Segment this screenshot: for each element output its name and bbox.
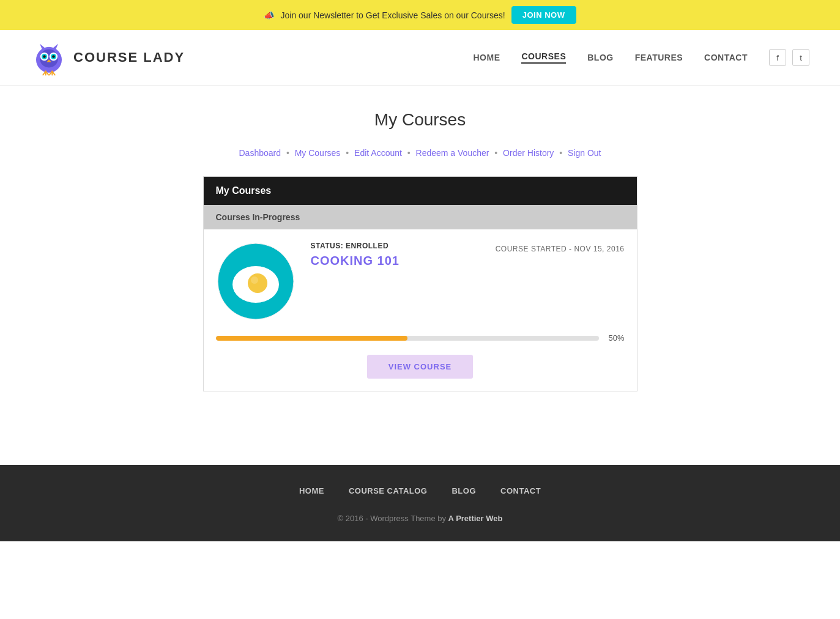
progress-bar-fill bbox=[216, 336, 407, 341]
svg-marker-9 bbox=[40, 44, 45, 50]
course-date: COURSE STARTED - NOV 15, 2016 bbox=[496, 245, 625, 253]
breadcrumb-order-history[interactable]: Order History bbox=[503, 148, 554, 158]
copyright-text: © 2016 - Wordpress Theme by bbox=[338, 514, 448, 523]
svg-point-6 bbox=[43, 55, 46, 58]
courses-section: My Courses Courses In-Progress STATUS bbox=[203, 176, 637, 391]
top-banner: 📣 Join our Newsletter to Get Exclusive S… bbox=[0, 0, 840, 30]
site-footer: HOME COURSE CATALOG BLOG CONTACT © 2016 … bbox=[0, 465, 840, 541]
footer-home[interactable]: HOME bbox=[299, 486, 324, 495]
progress-bar-container: 50% bbox=[216, 333, 625, 343]
credit-link[interactable]: A Prettier Web bbox=[448, 514, 503, 523]
owl-icon bbox=[31, 39, 67, 76]
megaphone-icon: 📣 bbox=[264, 10, 274, 20]
status-value: ENROLLED bbox=[346, 242, 388, 250]
footer-course-catalog[interactable]: COURSE CATALOG bbox=[349, 486, 428, 495]
site-header: COURSE LADY HOME COURSES BLOG FEATURES C… bbox=[0, 30, 840, 86]
progress-percent: 50% bbox=[608, 333, 624, 343]
breadcrumb-my-courses[interactable]: My Courses bbox=[295, 148, 341, 158]
svg-point-19 bbox=[248, 273, 267, 293]
breadcrumb-sep-3: • bbox=[407, 148, 413, 158]
svg-point-7 bbox=[52, 55, 55, 58]
breadcrumb: Dashboard • My Courses • Edit Account • … bbox=[203, 148, 637, 158]
status-label: STATUS: bbox=[311, 242, 344, 250]
twitter-icon[interactable]: t bbox=[792, 49, 809, 66]
in-progress-header: Courses In-Progress bbox=[204, 205, 637, 229]
nav-contact[interactable]: CONTACT bbox=[704, 53, 748, 62]
course-meta: STATUS: ENROLLED COOKING 101 COURSE STAR… bbox=[311, 242, 625, 268]
courses-section-header: My Courses bbox=[204, 177, 637, 205]
progress-area: 50% bbox=[216, 333, 625, 343]
social-icons: f t bbox=[769, 49, 809, 66]
course-thumbnail bbox=[216, 242, 295, 321]
view-course-button[interactable]: VIEW COURSE bbox=[367, 355, 473, 379]
logo-text: COURSE LADY bbox=[73, 50, 185, 65]
site-logo[interactable]: COURSE LADY bbox=[31, 39, 185, 76]
banner-text: Join our Newsletter to Get Exclusive Sal… bbox=[280, 10, 505, 20]
progress-bar-background bbox=[216, 336, 600, 341]
breadcrumb-sep-5: • bbox=[559, 148, 565, 158]
svg-point-20 bbox=[251, 276, 258, 284]
facebook-icon[interactable]: f bbox=[769, 49, 786, 66]
course-name: COOKING 101 bbox=[311, 254, 496, 268]
breadcrumb-sep-4: • bbox=[494, 148, 500, 158]
footer-copyright: © 2016 - Wordpress Theme by A Prettier W… bbox=[0, 514, 840, 541]
course-item: STATUS: ENROLLED COOKING 101 COURSE STAR… bbox=[204, 229, 637, 391]
footer-nav: HOME COURSE CATALOG BLOG CONTACT bbox=[0, 465, 840, 514]
svg-marker-10 bbox=[53, 44, 58, 50]
breadcrumb-dashboard[interactable]: Dashboard bbox=[239, 148, 281, 158]
breadcrumb-sep-2: • bbox=[346, 148, 351, 158]
nav-courses[interactable]: COURSES bbox=[521, 51, 566, 64]
course-info: STATUS: ENROLLED COOKING 101 bbox=[311, 242, 496, 268]
nav-features[interactable]: FEATURES bbox=[635, 53, 683, 62]
breadcrumb-edit-account[interactable]: Edit Account bbox=[354, 148, 402, 158]
course-status: STATUS: ENROLLED bbox=[311, 242, 496, 250]
footer-blog[interactable]: BLOG bbox=[452, 486, 476, 495]
breadcrumb-redeem-voucher[interactable]: Redeem a Voucher bbox=[416, 148, 489, 158]
breadcrumb-sign-out[interactable]: Sign Out bbox=[568, 148, 601, 158]
page-title: My Courses bbox=[203, 110, 637, 130]
nav-blog[interactable]: BLOG bbox=[587, 53, 613, 62]
main-content: My Courses Dashboard • My Courses • Edit… bbox=[191, 86, 650, 416]
join-now-button[interactable]: JOIN NOW bbox=[511, 6, 576, 24]
footer-contact[interactable]: CONTACT bbox=[500, 486, 541, 495]
course-row: STATUS: ENROLLED COOKING 101 COURSE STAR… bbox=[216, 242, 625, 321]
nav-home[interactable]: HOME bbox=[473, 53, 500, 62]
breadcrumb-sep-1: • bbox=[286, 148, 292, 158]
main-nav: HOME COURSES BLOG FEATURES CONTACT f t bbox=[473, 49, 809, 66]
